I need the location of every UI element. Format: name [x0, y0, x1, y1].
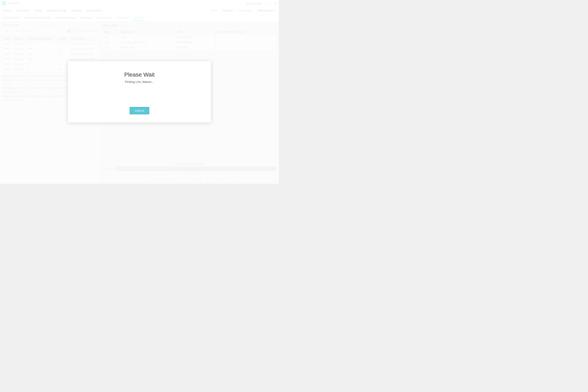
modal-text-area: Please Wait Picking LOL Waves...	[124, 72, 154, 92]
modal-cancel-button[interactable]: Cancel	[130, 107, 149, 114]
modal-title: Please Wait	[124, 72, 154, 78]
modal-overlay: Please Wait Picking LOL Waves... Cancel	[0, 0, 279, 184]
modal-content: Please Wait Picking LOL Waves... Cancel	[68, 61, 211, 122]
modal-subtitle: Picking LOL Waves...	[124, 80, 154, 84]
